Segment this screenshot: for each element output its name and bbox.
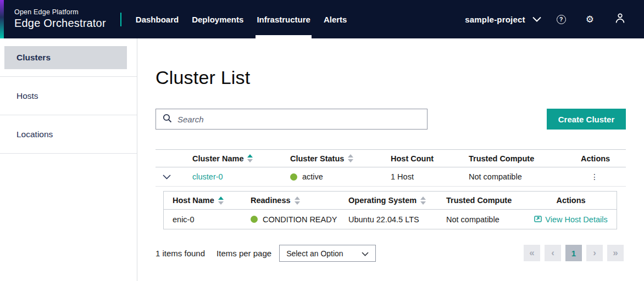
header-right-controls: sample-project ? ⚙ <box>465 13 644 26</box>
sort-icon <box>247 154 253 162</box>
column-header-actions: Actions <box>575 154 630 163</box>
column-header-operating-system[interactable]: Operating System <box>340 196 437 205</box>
brand-top-text: Open Edge Platform <box>14 8 106 17</box>
cluster-table: Cluster Name Cluster Status Host Count T… <box>156 149 626 229</box>
sidebar-item-hosts-label: Hosts <box>4 85 127 108</box>
main-content: Cluster List Create Cluster Cluster Name… <box>137 38 644 281</box>
view-host-details-label: View Host Details <box>545 215 607 224</box>
sidebar-item-hosts[interactable]: Hosts <box>0 77 137 115</box>
chevron-down-icon <box>362 249 369 258</box>
account-button[interactable] <box>615 13 625 26</box>
project-selector-label: sample-project <box>465 15 525 24</box>
cluster-row: cluster-0 active 1 Host Not compatible ⋮ <box>156 167 626 187</box>
search-input[interactable] <box>177 115 420 124</box>
pagination: « ‹ 1 › » <box>524 245 624 261</box>
cluster-status-text: active <box>302 172 323 181</box>
pagination-first-button[interactable]: « <box>524 245 540 261</box>
chevron-down-icon <box>163 172 171 181</box>
create-cluster-button[interactable]: Create Cluster <box>547 109 626 130</box>
app-header: Open Edge Platform Edge Orchestrator Das… <box>0 0 644 38</box>
column-header-host-name[interactable]: Host Name <box>164 196 242 205</box>
sort-icon <box>420 196 426 205</box>
nav-tab-alerts[interactable]: Alerts <box>317 0 354 38</box>
nav-tab-dashboard[interactable]: Dashboard <box>129 0 185 38</box>
table-footer: 1 items found Items per page Select an O… <box>156 245 376 262</box>
host-trusted-compute-cell: Not compatible <box>437 215 525 224</box>
page-title: Cluster List <box>156 67 250 88</box>
sidebar-item-locations[interactable]: Locations <box>0 115 137 154</box>
host-count-cell: 1 Host <box>385 172 463 181</box>
column-header-host-name-label: Host Name <box>173 196 214 205</box>
chevron-down-icon <box>532 14 541 24</box>
sidebar-item-clusters[interactable]: Clusters <box>0 38 137 77</box>
row-expander[interactable] <box>156 172 186 181</box>
settings-button[interactable]: ⚙ <box>586 14 594 25</box>
column-header-readiness-label: Readiness <box>251 196 291 205</box>
column-header-cluster-name-label: Cluster Name <box>192 154 243 163</box>
sort-icon <box>348 154 353 162</box>
cluster-status-cell: active <box>284 172 385 181</box>
status-dot-icon <box>290 173 297 181</box>
search-icon <box>163 114 172 125</box>
column-header-cluster-status[interactable]: Cluster Status <box>284 154 385 163</box>
brand-logo: Open Edge Platform Edge Orchestrator <box>14 8 106 31</box>
cluster-name-cell: cluster-0 <box>186 172 284 181</box>
brand-bottom-text: Edge Orchestrator <box>14 16 106 30</box>
status-dot-icon <box>251 216 258 223</box>
nav-divider <box>120 13 121 26</box>
sort-icon <box>218 196 224 205</box>
brand-gradient-strip <box>0 0 4 38</box>
column-header-readiness[interactable]: Readiness <box>242 196 340 205</box>
project-selector[interactable]: sample-project <box>465 14 541 24</box>
host-readiness-text: CONDITION READY <box>263 215 337 224</box>
toolbar: Create Cluster <box>156 109 626 130</box>
host-table-header: Host Name Readiness Operating System Tru… <box>164 192 617 210</box>
column-header-cluster-name[interactable]: Cluster Name <box>186 154 284 163</box>
help-button[interactable]: ? <box>557 15 566 24</box>
items-per-page-label: Items per page <box>216 249 271 258</box>
row-actions-menu-button[interactable]: ⋮ <box>583 172 606 181</box>
column-header-cluster-status-label: Cluster Status <box>290 154 344 163</box>
host-name-cell: enic-0 <box>164 215 242 224</box>
host-row: enic-0 CONDITION READY Ubuntu 22.04.5 LT… <box>164 210 617 229</box>
nav-tab-deployments[interactable]: Deployments <box>185 0 250 38</box>
host-actions-cell: View Host Details <box>525 215 617 224</box>
column-header-host-count: Host Count <box>385 154 463 163</box>
page-size-select-value: Select an Option <box>286 249 343 258</box>
open-details-icon <box>534 215 542 224</box>
pagination-page-1-button[interactable]: 1 <box>565 245 582 261</box>
column-header-host-actions: Actions <box>525 196 617 205</box>
host-readiness-cell: CONDITION READY <box>242 215 340 224</box>
cluster-actions-cell: ⋮ <box>575 172 626 181</box>
pagination-next-button[interactable]: › <box>586 245 603 261</box>
host-table: Host Name Readiness Operating System Tru… <box>163 191 617 229</box>
items-found-text: 1 items found <box>156 249 205 258</box>
view-host-details-link[interactable]: View Host Details <box>534 215 607 224</box>
cluster-name-link[interactable]: cluster-0 <box>192 172 223 181</box>
sidebar-item-clusters-label: Clusters <box>4 46 127 69</box>
nav-tab-infrastructure[interactable]: Infrastructure <box>250 0 317 38</box>
main-nav: Dashboard Deployments Infrastructure Ale… <box>129 0 354 38</box>
page-size-select[interactable]: Select an Option <box>279 245 376 262</box>
column-header-operating-system-label: Operating System <box>348 196 417 205</box>
pagination-prev-button[interactable]: ‹ <box>545 245 561 261</box>
sidebar-item-locations-label: Locations <box>4 123 127 146</box>
column-header-host-trusted-compute: Trusted Compute <box>437 196 525 205</box>
host-os-cell: Ubuntu 22.04.5 LTS <box>340 215 437 224</box>
column-header-trusted-compute: Trusted Compute <box>463 154 575 163</box>
pagination-last-button[interactable]: » <box>607 245 624 261</box>
user-icon <box>615 13 625 26</box>
sort-icon <box>295 196 300 205</box>
search-box[interactable] <box>156 109 428 130</box>
cluster-table-header: Cluster Name Cluster Status Host Count T… <box>156 149 626 167</box>
sidebar: Clusters Hosts Locations <box>0 38 137 281</box>
help-icon: ? <box>557 15 566 24</box>
gear-icon: ⚙ <box>586 14 594 25</box>
trusted-compute-cell: Not compatible <box>463 172 575 181</box>
